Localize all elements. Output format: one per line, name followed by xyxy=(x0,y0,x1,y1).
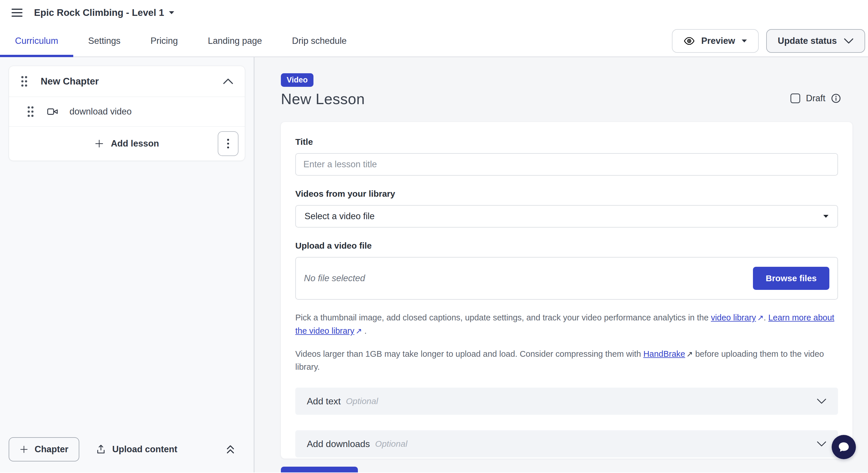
optional-label: Optional xyxy=(346,396,378,406)
tab-bar: Curriculum Settings Pricing Landing page… xyxy=(0,25,868,57)
chevron-down-icon xyxy=(817,441,827,447)
add-text-label: Add text xyxy=(307,396,341,407)
video-library-link[interactable]: video library xyxy=(711,313,756,322)
tab-landing-page[interactable]: Landing page xyxy=(193,25,277,57)
top-bar: Epic Rock Climbing - Level 1 xyxy=(0,0,868,25)
chapter-title: New Chapter xyxy=(41,76,99,87)
plus-icon xyxy=(95,139,104,148)
course-title: Epic Rock Climbing - Level 1 xyxy=(34,7,164,18)
add-text-accordion[interactable]: Add text Optional xyxy=(295,388,838,415)
draft-control: Draft xyxy=(790,93,841,103)
chevron-down-icon xyxy=(817,398,827,404)
video-library-select[interactable]: Select a video file xyxy=(295,205,838,227)
link-label: HandBrake xyxy=(643,349,685,358)
help-text: . xyxy=(362,326,367,336)
help-text: . xyxy=(764,313,768,322)
optional-label: Optional xyxy=(375,439,407,449)
tab-pricing[interactable]: Pricing xyxy=(135,25,193,57)
chapter-card: New Chapter download video xyxy=(9,66,245,161)
chevron-up-icon[interactable] xyxy=(223,78,233,85)
tab-curriculum[interactable]: Curriculum xyxy=(0,25,73,57)
hamburger-menu-icon[interactable] xyxy=(11,9,23,17)
lesson-title: download video xyxy=(69,106,131,117)
update-status-label: Update status xyxy=(778,36,837,46)
no-file-text: No file selected xyxy=(304,273,365,284)
upload-content-button[interactable]: Upload content xyxy=(95,444,177,455)
external-link-icon: ↗ xyxy=(756,312,764,324)
add-chapter-label: Chapter xyxy=(35,444,68,454)
compression-help-text: Videos larger than 1GB may take longer t… xyxy=(295,348,838,374)
add-downloads-label: Add downloads xyxy=(307,439,370,449)
add-lesson-label: Add lesson xyxy=(111,138,159,149)
handbrake-link[interactable]: HandBrake xyxy=(643,349,685,358)
collapse-all-icon[interactable] xyxy=(224,443,237,455)
upload-icon xyxy=(95,444,106,455)
page-title: New Lesson xyxy=(281,90,365,107)
eye-icon xyxy=(683,35,695,47)
lesson-heading: Video New Lesson xyxy=(281,73,365,107)
add-chapter-button[interactable]: Chapter xyxy=(9,437,79,462)
preview-button[interactable]: Preview xyxy=(672,29,759,53)
chapter-footer: Add lesson xyxy=(9,127,245,161)
tab-settings[interactable]: Settings xyxy=(73,25,135,57)
file-upload-box: No file selected Browse files xyxy=(295,257,838,299)
drag-handle-icon[interactable] xyxy=(21,75,28,87)
lesson-form-card: Title Videos from your library Select a … xyxy=(281,122,852,459)
browse-files-button[interactable]: Browse files xyxy=(753,267,829,290)
info-icon[interactable] xyxy=(831,93,841,103)
sidebar-toolbar: Chapter Upload content xyxy=(0,432,254,472)
course-title-dropdown[interactable]: Epic Rock Climbing - Level 1 xyxy=(34,7,175,18)
caret-down-icon xyxy=(169,11,175,14)
kebab-menu-icon xyxy=(227,138,229,149)
link-label: video library xyxy=(711,313,756,322)
tab-drip-schedule[interactable]: Drip schedule xyxy=(277,25,362,57)
video-camera-icon xyxy=(47,106,58,117)
update-status-button[interactable]: Update status xyxy=(766,29,865,53)
chat-launcher-button[interactable] xyxy=(832,435,856,459)
add-downloads-accordion[interactable]: Add downloads Optional xyxy=(295,430,838,458)
plus-icon xyxy=(20,445,28,454)
preview-label: Preview xyxy=(701,36,735,46)
upload-field-label: Upload a video file xyxy=(295,241,838,251)
video-library-help-text: Pick a thumbnail image, add closed capti… xyxy=(295,311,838,338)
add-lesson-button[interactable]: Add lesson xyxy=(95,138,159,149)
video-library-select-value: Select a video file xyxy=(305,211,375,221)
curriculum-sidebar: New Chapter download video xyxy=(0,57,254,472)
external-link-icon: ↗ xyxy=(685,348,693,360)
external-link-icon: ↗ xyxy=(354,325,362,338)
chapter-menu-button[interactable] xyxy=(218,131,239,156)
lesson-heading-row: Video New Lesson Draft xyxy=(281,73,852,107)
chat-bubble-icon xyxy=(837,440,850,454)
lesson-editor-panel: Video New Lesson Draft Title Videos from… xyxy=(254,57,868,472)
help-text: Videos larger than 1GB may take longer t… xyxy=(295,349,643,358)
save-lesson-button[interactable]: Save lesson xyxy=(281,467,358,472)
content-area: New Chapter download video xyxy=(0,57,868,472)
title-field-label: Title xyxy=(295,137,838,147)
help-text: Pick a thumbnail image, add closed capti… xyxy=(295,313,711,322)
drag-handle-icon[interactable] xyxy=(27,106,34,117)
upload-content-label: Upload content xyxy=(112,444,177,454)
chevron-down-icon xyxy=(844,38,854,44)
tabbar-actions: Preview Update status xyxy=(672,29,865,53)
draft-label: Draft xyxy=(806,93,825,103)
lesson-row[interactable]: download video xyxy=(9,97,245,126)
lesson-type-badge: Video xyxy=(281,73,313,87)
caret-down-icon xyxy=(741,39,747,43)
chapter-header[interactable]: New Chapter xyxy=(9,66,245,97)
lesson-title-input[interactable] xyxy=(295,153,838,176)
draft-checkbox[interactable] xyxy=(790,93,800,103)
caret-down-icon xyxy=(823,215,829,218)
library-field-label: Videos from your library xyxy=(295,189,838,199)
